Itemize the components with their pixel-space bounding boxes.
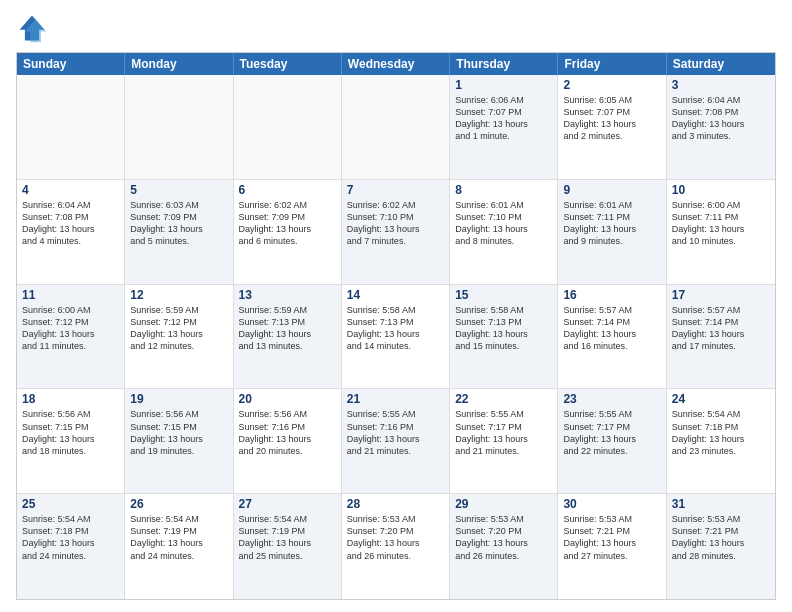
- calendar-cell: 26Sunrise: 5:54 AM Sunset: 7:19 PM Dayli…: [125, 494, 233, 599]
- cell-info: Sunrise: 6:02 AM Sunset: 7:10 PM Dayligh…: [347, 199, 444, 248]
- calendar-cell: 13Sunrise: 5:59 AM Sunset: 7:13 PM Dayli…: [234, 285, 342, 389]
- day-number: 1: [455, 78, 552, 92]
- calendar-cell: 4Sunrise: 6:04 AM Sunset: 7:08 PM Daylig…: [17, 180, 125, 284]
- cell-info: Sunrise: 5:59 AM Sunset: 7:13 PM Dayligh…: [239, 304, 336, 353]
- cell-info: Sunrise: 6:01 AM Sunset: 7:11 PM Dayligh…: [563, 199, 660, 248]
- calendar-cell: 8Sunrise: 6:01 AM Sunset: 7:10 PM Daylig…: [450, 180, 558, 284]
- cell-info: Sunrise: 5:57 AM Sunset: 7:14 PM Dayligh…: [672, 304, 770, 353]
- day-number: 10: [672, 183, 770, 197]
- cell-info: Sunrise: 5:53 AM Sunset: 7:20 PM Dayligh…: [347, 513, 444, 562]
- calendar-cell: 31Sunrise: 5:53 AM Sunset: 7:21 PM Dayli…: [667, 494, 775, 599]
- day-number: 21: [347, 392, 444, 406]
- calendar-cell: 29Sunrise: 5:53 AM Sunset: 7:20 PM Dayli…: [450, 494, 558, 599]
- day-number: 16: [563, 288, 660, 302]
- calendar-cell: 3Sunrise: 6:04 AM Sunset: 7:08 PM Daylig…: [667, 75, 775, 179]
- day-number: 18: [22, 392, 119, 406]
- cell-info: Sunrise: 6:01 AM Sunset: 7:10 PM Dayligh…: [455, 199, 552, 248]
- calendar-cell: 27Sunrise: 5:54 AM Sunset: 7:19 PM Dayli…: [234, 494, 342, 599]
- calendar: SundayMondayTuesdayWednesdayThursdayFrid…: [16, 52, 776, 600]
- calendar-cell: [342, 75, 450, 179]
- day-number: 30: [563, 497, 660, 511]
- cell-info: Sunrise: 5:53 AM Sunset: 7:20 PM Dayligh…: [455, 513, 552, 562]
- day-number: 5: [130, 183, 227, 197]
- day-number: 12: [130, 288, 227, 302]
- day-number: 28: [347, 497, 444, 511]
- logo-icon: [16, 12, 48, 44]
- cell-info: Sunrise: 5:59 AM Sunset: 7:12 PM Dayligh…: [130, 304, 227, 353]
- cell-info: Sunrise: 6:00 AM Sunset: 7:11 PM Dayligh…: [672, 199, 770, 248]
- day-number: 11: [22, 288, 119, 302]
- calendar-cell: 14Sunrise: 5:58 AM Sunset: 7:13 PM Dayli…: [342, 285, 450, 389]
- cell-info: Sunrise: 6:00 AM Sunset: 7:12 PM Dayligh…: [22, 304, 119, 353]
- calendar-cell: [234, 75, 342, 179]
- day-number: 25: [22, 497, 119, 511]
- day-number: 23: [563, 392, 660, 406]
- cell-info: Sunrise: 5:55 AM Sunset: 7:17 PM Dayligh…: [563, 408, 660, 457]
- cell-info: Sunrise: 6:02 AM Sunset: 7:09 PM Dayligh…: [239, 199, 336, 248]
- cell-info: Sunrise: 5:56 AM Sunset: 7:15 PM Dayligh…: [130, 408, 227, 457]
- cell-info: Sunrise: 5:54 AM Sunset: 7:19 PM Dayligh…: [130, 513, 227, 562]
- day-number: 15: [455, 288, 552, 302]
- cell-info: Sunrise: 6:04 AM Sunset: 7:08 PM Dayligh…: [22, 199, 119, 248]
- day-number: 9: [563, 183, 660, 197]
- calendar-cell: 28Sunrise: 5:53 AM Sunset: 7:20 PM Dayli…: [342, 494, 450, 599]
- calendar-cell: 22Sunrise: 5:55 AM Sunset: 7:17 PM Dayli…: [450, 389, 558, 493]
- calendar-cell: 23Sunrise: 5:55 AM Sunset: 7:17 PM Dayli…: [558, 389, 666, 493]
- weekday-header: Sunday: [17, 53, 125, 75]
- calendar-body: 1Sunrise: 6:06 AM Sunset: 7:07 PM Daylig…: [17, 75, 775, 599]
- cell-info: Sunrise: 5:54 AM Sunset: 7:19 PM Dayligh…: [239, 513, 336, 562]
- cell-info: Sunrise: 5:55 AM Sunset: 7:16 PM Dayligh…: [347, 408, 444, 457]
- day-number: 2: [563, 78, 660, 92]
- calendar-cell: 5Sunrise: 6:03 AM Sunset: 7:09 PM Daylig…: [125, 180, 233, 284]
- calendar-cell: 7Sunrise: 6:02 AM Sunset: 7:10 PM Daylig…: [342, 180, 450, 284]
- day-number: 7: [347, 183, 444, 197]
- day-number: 13: [239, 288, 336, 302]
- cell-info: Sunrise: 6:06 AM Sunset: 7:07 PM Dayligh…: [455, 94, 552, 143]
- day-number: 6: [239, 183, 336, 197]
- calendar-cell: 12Sunrise: 5:59 AM Sunset: 7:12 PM Dayli…: [125, 285, 233, 389]
- calendar-cell: 16Sunrise: 5:57 AM Sunset: 7:14 PM Dayli…: [558, 285, 666, 389]
- day-number: 17: [672, 288, 770, 302]
- day-number: 4: [22, 183, 119, 197]
- cell-info: Sunrise: 5:53 AM Sunset: 7:21 PM Dayligh…: [563, 513, 660, 562]
- calendar-cell: 19Sunrise: 5:56 AM Sunset: 7:15 PM Dayli…: [125, 389, 233, 493]
- day-number: 8: [455, 183, 552, 197]
- calendar-cell: 1Sunrise: 6:06 AM Sunset: 7:07 PM Daylig…: [450, 75, 558, 179]
- calendar-cell: 30Sunrise: 5:53 AM Sunset: 7:21 PM Dayli…: [558, 494, 666, 599]
- day-number: 22: [455, 392, 552, 406]
- cell-info: Sunrise: 5:57 AM Sunset: 7:14 PM Dayligh…: [563, 304, 660, 353]
- day-number: 20: [239, 392, 336, 406]
- logo: [16, 12, 52, 44]
- calendar-row: 25Sunrise: 5:54 AM Sunset: 7:18 PM Dayli…: [17, 494, 775, 599]
- cell-info: Sunrise: 6:04 AM Sunset: 7:08 PM Dayligh…: [672, 94, 770, 143]
- calendar-row: 4Sunrise: 6:04 AM Sunset: 7:08 PM Daylig…: [17, 180, 775, 285]
- calendar-row: 18Sunrise: 5:56 AM Sunset: 7:15 PM Dayli…: [17, 389, 775, 494]
- cell-info: Sunrise: 5:53 AM Sunset: 7:21 PM Dayligh…: [672, 513, 770, 562]
- day-number: 29: [455, 497, 552, 511]
- cell-info: Sunrise: 5:58 AM Sunset: 7:13 PM Dayligh…: [455, 304, 552, 353]
- weekday-header: Friday: [558, 53, 666, 75]
- cell-info: Sunrise: 6:03 AM Sunset: 7:09 PM Dayligh…: [130, 199, 227, 248]
- calendar-cell: 2Sunrise: 6:05 AM Sunset: 7:07 PM Daylig…: [558, 75, 666, 179]
- calendar-cell: 17Sunrise: 5:57 AM Sunset: 7:14 PM Dayli…: [667, 285, 775, 389]
- day-number: 19: [130, 392, 227, 406]
- day-number: 27: [239, 497, 336, 511]
- day-number: 26: [130, 497, 227, 511]
- cell-info: Sunrise: 5:56 AM Sunset: 7:16 PM Dayligh…: [239, 408, 336, 457]
- weekday-header: Thursday: [450, 53, 558, 75]
- calendar-cell: 24Sunrise: 5:54 AM Sunset: 7:18 PM Dayli…: [667, 389, 775, 493]
- calendar-cell: 10Sunrise: 6:00 AM Sunset: 7:11 PM Dayli…: [667, 180, 775, 284]
- weekday-header: Saturday: [667, 53, 775, 75]
- calendar-cell: 25Sunrise: 5:54 AM Sunset: 7:18 PM Dayli…: [17, 494, 125, 599]
- calendar-cell: 11Sunrise: 6:00 AM Sunset: 7:12 PM Dayli…: [17, 285, 125, 389]
- cell-info: Sunrise: 5:55 AM Sunset: 7:17 PM Dayligh…: [455, 408, 552, 457]
- calendar-cell: 18Sunrise: 5:56 AM Sunset: 7:15 PM Dayli…: [17, 389, 125, 493]
- day-number: 31: [672, 497, 770, 511]
- calendar-row: 11Sunrise: 6:00 AM Sunset: 7:12 PM Dayli…: [17, 285, 775, 390]
- cell-info: Sunrise: 5:58 AM Sunset: 7:13 PM Dayligh…: [347, 304, 444, 353]
- page: SundayMondayTuesdayWednesdayThursdayFrid…: [0, 0, 792, 612]
- cell-info: Sunrise: 6:05 AM Sunset: 7:07 PM Dayligh…: [563, 94, 660, 143]
- weekday-header: Wednesday: [342, 53, 450, 75]
- calendar-cell: [125, 75, 233, 179]
- cell-info: Sunrise: 5:54 AM Sunset: 7:18 PM Dayligh…: [22, 513, 119, 562]
